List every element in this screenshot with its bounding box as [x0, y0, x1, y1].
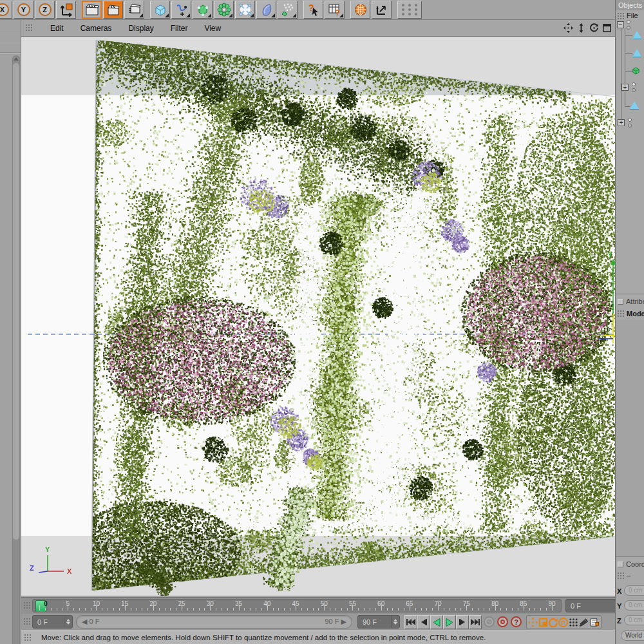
- play-forward-button[interactable]: [443, 615, 456, 629]
- render-settings-icon[interactable]: [124, 1, 144, 19]
- visibility-dot[interactable]: [628, 118, 632, 122]
- tree-expand-icon[interactable]: +: [618, 119, 625, 126]
- menu-grip[interactable]: [25, 24, 33, 32]
- scrollbar-thumb[interactable]: [13, 63, 19, 540]
- record-point-level-icon[interactable]: [569, 618, 578, 627]
- ruler-tick: [216, 608, 216, 611]
- coord-y-field[interactable]: 0 cm: [624, 600, 644, 611]
- add-cube-primitive-icon[interactable]: [150, 1, 170, 19]
- ruler-tick: [85, 608, 86, 611]
- ruler-tick: [444, 608, 444, 611]
- add-particles-icon[interactable]: [278, 1, 298, 19]
- menu-cameras[interactable]: Cameras: [80, 24, 112, 33]
- world-dropdown[interactable]: World: [621, 630, 644, 641]
- ruler-tick: [450, 608, 450, 611]
- coordinates-menu[interactable]: –: [616, 571, 644, 580]
- go-to-start-button[interactable]: [404, 615, 417, 629]
- left-scrollbar[interactable]: [12, 55, 20, 644]
- zoom-icon[interactable]: [576, 23, 586, 33]
- menu-view[interactable]: View: [204, 24, 221, 33]
- panel-icon[interactable]: [618, 299, 623, 305]
- objects-file-menu[interactable]: File: [616, 11, 644, 20]
- lock-x-icon[interactable]: X: [0, 1, 12, 19]
- visibility-dot[interactable]: [627, 20, 630, 24]
- spinner-icon[interactable]: [64, 616, 72, 628]
- tree-expand-icon[interactable]: +: [621, 84, 629, 91]
- lock-z-icon[interactable]: Z: [35, 1, 55, 19]
- help-pointer-icon[interactable]: ?: [303, 1, 323, 19]
- ruler-tick: [313, 608, 314, 611]
- coord-x-field[interactable]: 0 cm: [624, 585, 644, 596]
- record-rotation-icon[interactable]: [548, 618, 558, 627]
- panel-icon[interactable]: [618, 562, 623, 567]
- add-array-icon[interactable]: [214, 1, 234, 19]
- end-frame-value: 90 F: [363, 618, 377, 626]
- timeline-ruler[interactable]: 051015202530354045505560657075808590: [32, 599, 562, 612]
- visibility-dot[interactable]: [632, 88, 636, 92]
- add-subdivision-icon[interactable]: [193, 1, 213, 19]
- visibility-dot[interactable]: [632, 82, 636, 86]
- render-view-icon[interactable]: [82, 1, 102, 19]
- ruler-tick: [375, 608, 376, 611]
- ruler-tick-label: 70: [431, 600, 445, 607]
- menu-edit[interactable]: Edit: [50, 24, 64, 33]
- sound-icon[interactable]: [578, 618, 589, 627]
- record-scale-icon[interactable]: [538, 618, 548, 627]
- visibility-dot[interactable]: [628, 124, 632, 128]
- end-frame-spinner[interactable]: 90 F: [357, 615, 400, 629]
- record-position-icon[interactable]: [528, 618, 538, 627]
- record-inactive-icon[interactable]: ⊘: [484, 616, 495, 627]
- axis-tool-icon[interactable]: [372, 1, 392, 19]
- record-keyframe-icon[interactable]: [497, 616, 508, 627]
- polygon-object-icon[interactable]: [632, 31, 641, 39]
- viewport-menu-bar: Edit Cameras Display Filter View: [21, 20, 617, 37]
- tree-collapse-icon[interactable]: −: [617, 21, 624, 28]
- menu-display[interactable]: Display: [128, 24, 153, 33]
- ruler-tick: [489, 608, 490, 611]
- play-backward-button[interactable]: [430, 615, 443, 629]
- add-spline-icon[interactable]: [171, 1, 191, 19]
- spinner-icon[interactable]: [391, 616, 399, 628]
- ruler-tick: [284, 608, 285, 611]
- palette-grip-icon[interactable]: [397, 1, 422, 19]
- polygon-object-icon[interactable]: [630, 101, 639, 109]
- coordinate-system-icon[interactable]: [56, 1, 76, 19]
- status-grip[interactable]: [24, 634, 32, 642]
- render-active-view-icon[interactable]: [103, 1, 123, 19]
- ruler-tick: [290, 608, 290, 611]
- command-manager-icon[interactable]: ?: [325, 1, 345, 19]
- keyframe-selection-icon[interactable]: [589, 618, 600, 627]
- next-frame-button[interactable]: [456, 615, 469, 629]
- timeline-grip[interactable]: [23, 601, 32, 610]
- attributes-mode-menu[interactable]: Mode: [616, 308, 644, 318]
- scroll-up-icon[interactable]: [14, 57, 19, 61]
- ruler-tick: [387, 608, 388, 611]
- go-to-end-button[interactable]: [469, 615, 482, 629]
- coord-z-field[interactable]: 0 cm: [624, 615, 644, 625]
- attributes-panel-title: Attributes: [616, 296, 644, 307]
- maximize-icon[interactable]: [601, 23, 612, 33]
- ruler-tick: [79, 608, 80, 611]
- record-help-icon[interactable]: ?: [511, 616, 522, 627]
- record-parameter-icon[interactable]: P: [558, 618, 568, 627]
- instance-object-icon[interactable]: [631, 66, 641, 75]
- lock-y-icon[interactable]: Y: [14, 1, 33, 19]
- rotate-icon[interactable]: [589, 23, 599, 33]
- transport-grip[interactable]: [23, 618, 32, 626]
- add-deformer-icon[interactable]: [256, 1, 276, 19]
- menu-filter[interactable]: Filter: [171, 24, 188, 33]
- ruler-tick: [540, 608, 541, 611]
- viewport-canvas[interactable]: [21, 37, 615, 596]
- add-expand-icon[interactable]: [235, 1, 255, 19]
- web-globe-icon[interactable]: [350, 1, 370, 19]
- preview-range-slider[interactable]: ◀ 0 F 90 F ▶: [76, 615, 352, 629]
- coord-y-row: Y 0 cm: [616, 600, 644, 612]
- previous-frame-button[interactable]: [417, 615, 430, 629]
- visibility-dot[interactable]: [627, 26, 630, 30]
- ruler-tick: [330, 608, 330, 611]
- polygon-object-icon[interactable]: [632, 49, 641, 57]
- pan-icon[interactable]: [563, 23, 573, 33]
- ruler-tick-label: 25: [175, 600, 189, 607]
- current-frame-spinner[interactable]: 0 F: [32, 615, 73, 629]
- ruler-tick: [404, 608, 404, 611]
